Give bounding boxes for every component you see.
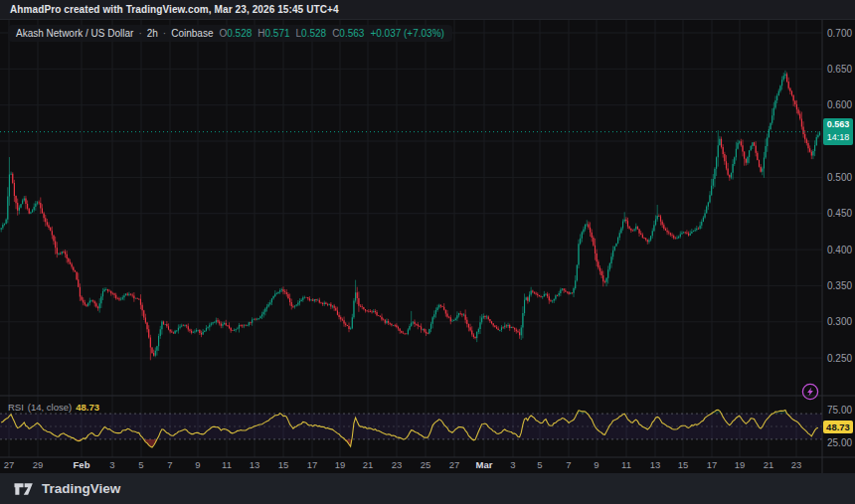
- symbol-title: Akash Network / US Dollar: [16, 28, 133, 39]
- tradingview-logo[interactable]: [12, 479, 35, 498]
- legend-separator: ·: [163, 28, 166, 39]
- candlestick-chart-canvas[interactable]: 0.7000.6500.6000.5500.5000.4500.4000.350…: [0, 0, 855, 504]
- footer-brand[interactable]: TradingView: [42, 481, 120, 496]
- interval-label: 2h: [147, 28, 158, 39]
- price-axis[interactable]: [822, 19, 855, 457]
- ohlc-close: C0.563: [332, 28, 364, 39]
- exchange-label: Coinbase: [171, 28, 213, 39]
- grid-lines: [0, 19, 822, 457]
- time-axis[interactable]: [0, 457, 822, 473]
- footer-bar: TradingView: [0, 473, 855, 504]
- rsi-pane: [0, 410, 822, 447]
- ohlc-open: O0.528: [219, 28, 252, 39]
- rsi-params: (14, close): [28, 402, 72, 413]
- attribution-text: AhmadPro created with TradingView.com, M…: [10, 4, 339, 15]
- boost-button[interactable]: [800, 382, 820, 402]
- candles: [1, 71, 820, 361]
- ohlc-low: L0.528: [296, 28, 327, 39]
- symbol-legend[interactable]: Akash Network / US Dollar · 2h · Coinbas…: [8, 25, 452, 42]
- pane-separators: [0, 19, 855, 473]
- rsi-title: RSI: [8, 402, 24, 413]
- axis-labels: 0.7000.6500.6000.5500.5000.4500.4000.350…: [4, 28, 853, 471]
- legend-separator: ·: [138, 28, 141, 39]
- lightning-icon: [802, 384, 817, 399]
- rsi-value: 48.73: [76, 402, 99, 413]
- attribution-bar: AhmadPro created with TradingView.com, M…: [0, 0, 855, 20]
- ohlc-high: H0.571: [257, 28, 289, 39]
- tradingview-snapshot: { "attribution": "AhmadPro created with …: [0, 0, 855, 504]
- rsi-indicator-legend[interactable]: RSI (14, close) 48.73: [8, 402, 99, 413]
- price-change: +0.037 (+7.03%): [370, 28, 444, 39]
